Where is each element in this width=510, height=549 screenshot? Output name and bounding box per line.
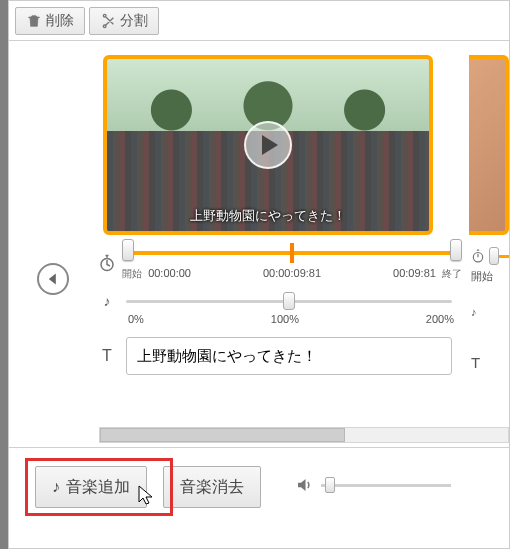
next-text-icon: T [469,354,509,371]
scrollbar-thumb[interactable] [100,428,345,442]
next-start-label: 開始 [469,269,509,284]
speaker-icon [295,476,313,494]
vol-100: 100% [271,313,299,325]
note-icon: ♪ [98,293,116,309]
trim-start-handle[interactable] [489,247,499,265]
clip-subtitle-overlay: 上野動物園にやってきた！ [107,207,429,225]
top-toolbar: 削除 分割 [9,1,509,41]
vol-knob[interactable] [283,292,295,310]
split-button[interactable]: 分割 [89,7,159,35]
editor-panel: 削除 分割 上野動物園にやってきた！ [8,0,510,549]
start-label: 開始 [122,268,142,279]
next-clip-peek: 開始 ♪ T [469,55,509,447]
trim-start-handle[interactable] [122,239,134,261]
global-volume-slider[interactable] [321,482,451,488]
delete-button[interactable]: 削除 [15,7,85,35]
t-end: 00:09:81 [393,267,436,279]
prev-clip-button[interactable] [37,263,69,295]
stopwatch-icon [471,249,485,263]
trim-track[interactable] [122,245,462,261]
remove-music-button[interactable]: 音楽消去 [163,466,261,508]
clip-thumbnail[interactable]: 上野動物園にやってきた！ [103,55,433,235]
stopwatch-icon [98,254,116,272]
gv-knob[interactable] [325,477,335,493]
text-icon: T [98,347,116,365]
next-note-icon: ♪ [469,306,509,318]
clip-row: 上野動物園にやってきた！ [103,55,509,235]
trash-icon [26,13,42,29]
bottom-bar: ♪ 音楽追加 音楽消去 [9,447,509,547]
horizontal-scrollbar[interactable] [99,427,509,443]
title-row: T [98,337,509,375]
remove-music-label: 音楽消去 [180,477,244,498]
end-label: 終了 [442,268,462,279]
note-icon: ♪ [52,478,60,496]
triangle-left-icon [46,272,60,286]
trim-time-labels: 開始 00:00:00 00:00:09:81 00:09:81 終了 [122,267,462,281]
title-input[interactable] [126,337,452,375]
add-music-label: 音楽追加 [66,477,130,498]
t-mid: 00:00:09:81 [263,267,321,281]
next-clip-timeline [469,249,509,263]
split-label: 分割 [120,12,148,30]
clip-card: 上野動物園にやってきた！ [103,55,443,235]
global-volume [295,476,451,494]
t-start: 00:00:00 [148,267,191,279]
scissors-icon [100,13,116,29]
next-clip-thumb[interactable] [469,55,509,235]
vol-200: 200% [426,313,454,325]
playhead-marker[interactable] [290,243,294,263]
vol-labels: 0% 100% 200% [128,313,454,325]
trim-timeline: 開始 00:00:00 00:00:09:81 00:09:81 終了 [98,245,509,281]
gv-rail [321,484,451,487]
add-music-button[interactable]: ♪ 音楽追加 [35,466,147,508]
delete-label: 削除 [46,12,74,30]
clip-volume-slider[interactable] [126,297,452,305]
clip-editor: 上野動物園にやってきた！ 開始 00:00:00 00:00:09:81 00:… [9,41,509,447]
clip-volume-row: ♪ [98,293,509,309]
trim-end-handle[interactable] [450,239,462,261]
play-icon[interactable] [244,121,292,169]
trim-track-wrap: 開始 00:00:00 00:00:09:81 00:09:81 終了 [122,245,462,281]
vol-0: 0% [128,313,144,325]
